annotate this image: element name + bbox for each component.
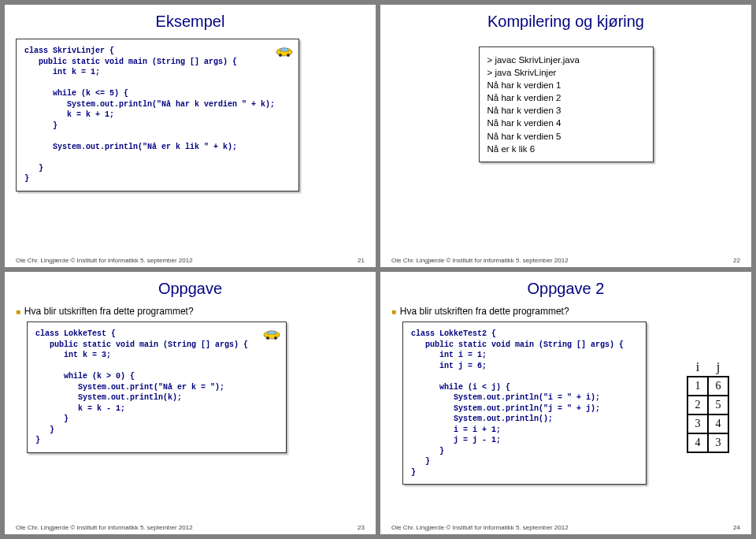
cell: 2 <box>687 396 708 414</box>
table-header-j: j <box>708 359 728 377</box>
footer-left: Ole Chr. Lingjærde © Institutt for infor… <box>391 524 569 531</box>
bullet-text: Hva blir utskriften fra dette programmet… <box>16 306 365 317</box>
slide-title: Kompilering og kjøring <box>391 13 740 31</box>
code-box: class LokkeTest2 { public static void ma… <box>402 322 647 485</box>
slide-title: Eksempel <box>16 13 365 31</box>
cell: 3 <box>687 414 708 433</box>
code-content: class LokkeTest { public static void mai… <box>35 329 278 446</box>
footer-left: Ole Chr. Lingjærde © Institutt for infor… <box>16 524 193 531</box>
page-number: 23 <box>358 524 365 531</box>
slide-1: Eksempel class SkrivLinjer { public stat… <box>5 5 376 267</box>
slide-3: Oppgave Hva blir utskriften fra dette pr… <box>5 272 376 534</box>
slide-title: Oppgave <box>16 280 365 298</box>
cell: 5 <box>708 396 728 414</box>
slide-footer: Ole Chr. Lingjærde © Institutt for infor… <box>391 524 740 531</box>
page-number: 21 <box>358 257 365 264</box>
page-number: 22 <box>733 257 740 264</box>
slide-footer: Ole Chr. Lingjærde © Institutt for infor… <box>16 257 365 264</box>
table-row: 2 5 <box>687 396 728 414</box>
svg-point-4 <box>266 336 269 340</box>
cell: 3 <box>708 433 728 452</box>
footer-left: Ole Chr. Lingjærde © Institutt for infor… <box>391 257 569 264</box>
slide-2: Kompilering og kjøring > javac SkrivLinj… <box>380 5 751 267</box>
output-box: > javac SkrivLinjer.java > java SkrivLin… <box>479 46 654 162</box>
code-box: class SkrivLinjer { public static void m… <box>16 39 299 191</box>
cell: 4 <box>687 433 708 452</box>
svg-point-5 <box>274 336 277 340</box>
cell: 6 <box>708 377 728 396</box>
bullet-text: Hva blir utskriften fra dette programmet… <box>391 306 740 317</box>
page-number: 24 <box>733 524 740 531</box>
cell: 4 <box>708 414 728 433</box>
car-icon <box>262 327 281 341</box>
table-row: 1 6 <box>687 377 728 396</box>
svg-point-2 <box>287 54 290 57</box>
slide-grid: Eksempel class SkrivLinjer { public stat… <box>0 0 756 539</box>
table-header-i: i <box>687 359 708 377</box>
code-content: class SkrivLinjer { public static void m… <box>24 46 291 184</box>
svg-point-1 <box>279 54 282 57</box>
table-row: 4 3 <box>687 433 728 452</box>
code-box: class LokkeTest { public static void mai… <box>27 322 287 453</box>
code-content: class LokkeTest2 { public static void ma… <box>411 329 638 478</box>
cell: 1 <box>687 377 708 396</box>
slide-4: Oppgave 2 Hva blir utskriften fra dette … <box>380 272 751 534</box>
footer-left: Ole Chr. Lingjærde © Institutt for infor… <box>16 257 193 264</box>
ij-trace-table: i j 1 6 2 5 3 4 4 3 <box>687 359 729 453</box>
slide-footer: Ole Chr. Lingjærde © Institutt for infor… <box>391 257 740 264</box>
slide-footer: Ole Chr. Lingjærde © Institutt for infor… <box>16 524 365 531</box>
slide-title: Oppgave 2 <box>391 280 740 298</box>
table-row: 3 4 <box>687 414 728 433</box>
car-icon <box>275 44 294 58</box>
